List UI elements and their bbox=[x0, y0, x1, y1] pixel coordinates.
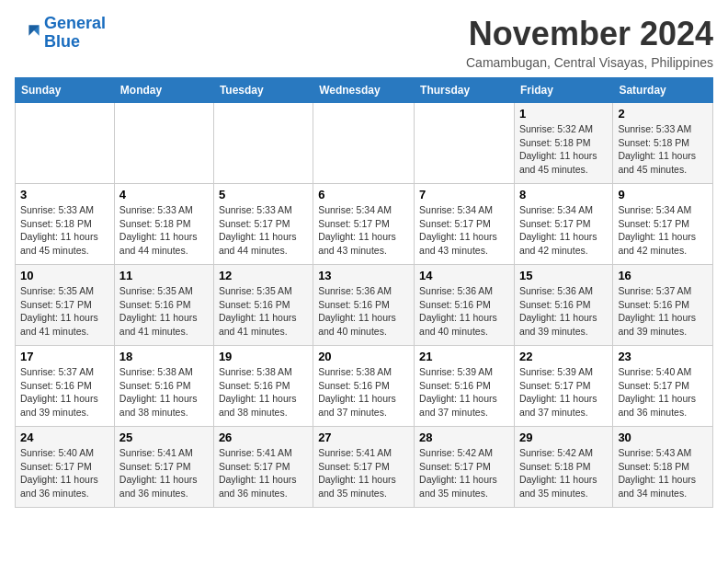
day-number: 28 bbox=[419, 431, 509, 444]
day-number: 21 bbox=[419, 350, 509, 363]
day-number: 18 bbox=[119, 350, 209, 363]
weekday-header-friday: Friday bbox=[514, 78, 612, 103]
day-info: Sunrise: 5:42 AM Sunset: 5:18 PM Dayligh… bbox=[519, 446, 608, 500]
day-info: Sunrise: 5:34 AM Sunset: 5:17 PM Dayligh… bbox=[318, 203, 409, 258]
calendar-cell bbox=[313, 103, 415, 184]
day-info: Sunrise: 5:38 AM Sunset: 5:16 PM Dayligh… bbox=[318, 365, 409, 419]
calendar-cell: 1Sunrise: 5:32 AM Sunset: 5:18 PM Daylig… bbox=[514, 103, 612, 184]
day-number: 25 bbox=[119, 431, 209, 444]
day-number: 2 bbox=[618, 107, 708, 121]
day-info: Sunrise: 5:35 AM Sunset: 5:16 PM Dayligh… bbox=[219, 284, 308, 339]
calendar-cell: 27Sunrise: 5:41 AM Sunset: 5:17 PM Dayli… bbox=[313, 427, 415, 508]
week-row-1: 1Sunrise: 5:32 AM Sunset: 5:18 PM Daylig… bbox=[16, 103, 713, 184]
calendar-cell bbox=[114, 103, 213, 184]
calendar-cell: 16Sunrise: 5:37 AM Sunset: 5:16 PM Dayli… bbox=[613, 265, 713, 346]
day-number: 4 bbox=[119, 188, 209, 201]
day-info: Sunrise: 5:39 AM Sunset: 5:17 PM Dayligh… bbox=[519, 365, 608, 419]
day-info: Sunrise: 5:38 AM Sunset: 5:16 PM Dayligh… bbox=[119, 365, 209, 419]
day-info: Sunrise: 5:33 AM Sunset: 5:18 PM Dayligh… bbox=[20, 203, 109, 258]
day-info: Sunrise: 5:34 AM Sunset: 5:17 PM Dayligh… bbox=[419, 203, 509, 258]
weekday-header-sunday: Sunday bbox=[16, 78, 115, 103]
day-info: Sunrise: 5:32 AM Sunset: 5:18 PM Dayligh… bbox=[519, 122, 608, 177]
calendar-cell: 17Sunrise: 5:37 AM Sunset: 5:16 PM Dayli… bbox=[16, 346, 115, 427]
day-number: 24 bbox=[20, 431, 109, 444]
week-row-4: 17Sunrise: 5:37 AM Sunset: 5:16 PM Dayli… bbox=[16, 346, 713, 427]
day-info: Sunrise: 5:41 AM Sunset: 5:17 PM Dayligh… bbox=[119, 446, 209, 500]
calendar-cell: 8Sunrise: 5:34 AM Sunset: 5:17 PM Daylig… bbox=[514, 184, 612, 265]
calendar-cell: 6Sunrise: 5:34 AM Sunset: 5:17 PM Daylig… bbox=[313, 184, 415, 265]
day-number: 30 bbox=[618, 431, 708, 444]
day-number: 10 bbox=[20, 269, 109, 282]
day-number: 16 bbox=[618, 269, 708, 282]
weekday-header-monday: Monday bbox=[114, 78, 213, 103]
logo-line1: General bbox=[44, 14, 106, 32]
calendar-cell: 18Sunrise: 5:38 AM Sunset: 5:16 PM Dayli… bbox=[114, 346, 213, 427]
day-info: Sunrise: 5:35 AM Sunset: 5:16 PM Dayligh… bbox=[119, 284, 209, 339]
day-info: Sunrise: 5:36 AM Sunset: 5:16 PM Dayligh… bbox=[419, 284, 509, 339]
calendar-cell: 23Sunrise: 5:40 AM Sunset: 5:17 PM Dayli… bbox=[613, 346, 713, 427]
day-info: Sunrise: 5:33 AM Sunset: 5:17 PM Dayligh… bbox=[219, 203, 308, 258]
calendar-cell: 29Sunrise: 5:42 AM Sunset: 5:18 PM Dayli… bbox=[514, 427, 612, 508]
day-number: 12 bbox=[219, 269, 308, 282]
day-number: 8 bbox=[519, 188, 608, 201]
day-info: Sunrise: 5:43 AM Sunset: 5:18 PM Dayligh… bbox=[618, 446, 708, 500]
day-info: Sunrise: 5:36 AM Sunset: 5:16 PM Dayligh… bbox=[318, 284, 409, 339]
logo-line2: Blue bbox=[44, 32, 80, 51]
day-number: 23 bbox=[618, 350, 708, 363]
day-info: Sunrise: 5:41 AM Sunset: 5:17 PM Dayligh… bbox=[219, 446, 308, 500]
day-number: 14 bbox=[419, 269, 509, 282]
calendar-cell: 30Sunrise: 5:43 AM Sunset: 5:18 PM Dayli… bbox=[613, 427, 713, 508]
calendar-cell: 15Sunrise: 5:36 AM Sunset: 5:16 PM Dayli… bbox=[514, 265, 612, 346]
calendar-cell: 10Sunrise: 5:35 AM Sunset: 5:17 PM Dayli… bbox=[16, 265, 115, 346]
calendar-cell: 7Sunrise: 5:34 AM Sunset: 5:17 PM Daylig… bbox=[415, 184, 515, 265]
calendar-table: SundayMondayTuesdayWednesdayThursdayFrid… bbox=[15, 77, 713, 508]
calendar-cell: 12Sunrise: 5:35 AM Sunset: 5:16 PM Dayli… bbox=[213, 265, 313, 346]
day-number: 15 bbox=[519, 269, 608, 282]
week-row-2: 3Sunrise: 5:33 AM Sunset: 5:18 PM Daylig… bbox=[16, 184, 713, 265]
day-info: Sunrise: 5:34 AM Sunset: 5:17 PM Dayligh… bbox=[618, 203, 708, 258]
day-number: 3 bbox=[20, 188, 109, 201]
calendar-cell: 13Sunrise: 5:36 AM Sunset: 5:16 PM Dayli… bbox=[313, 265, 415, 346]
calendar-cell: 21Sunrise: 5:39 AM Sunset: 5:16 PM Dayli… bbox=[415, 346, 515, 427]
day-info: Sunrise: 5:41 AM Sunset: 5:17 PM Dayligh… bbox=[318, 446, 409, 500]
calendar-cell: 11Sunrise: 5:35 AM Sunset: 5:16 PM Dayli… bbox=[114, 265, 213, 346]
day-number: 6 bbox=[318, 188, 409, 201]
day-number: 9 bbox=[618, 188, 708, 201]
week-row-5: 24Sunrise: 5:40 AM Sunset: 5:17 PM Dayli… bbox=[16, 427, 713, 508]
day-number: 20 bbox=[318, 350, 409, 363]
day-info: Sunrise: 5:34 AM Sunset: 5:17 PM Dayligh… bbox=[519, 203, 608, 258]
calendar-cell: 5Sunrise: 5:33 AM Sunset: 5:17 PM Daylig… bbox=[213, 184, 313, 265]
calendar-cell: 25Sunrise: 5:41 AM Sunset: 5:17 PM Dayli… bbox=[114, 427, 213, 508]
day-info: Sunrise: 5:35 AM Sunset: 5:17 PM Dayligh… bbox=[20, 284, 109, 339]
day-info: Sunrise: 5:33 AM Sunset: 5:18 PM Dayligh… bbox=[119, 203, 209, 258]
weekday-header-saturday: Saturday bbox=[613, 78, 713, 103]
weekday-header-wednesday: Wednesday bbox=[313, 78, 415, 103]
calendar-cell bbox=[213, 103, 313, 184]
title-area: November 2024 Camambugan, Central Visaya… bbox=[466, 15, 713, 70]
calendar-cell: 2Sunrise: 5:33 AM Sunset: 5:18 PM Daylig… bbox=[613, 103, 713, 184]
day-number: 13 bbox=[318, 269, 409, 282]
day-info: Sunrise: 5:37 AM Sunset: 5:16 PM Dayligh… bbox=[20, 365, 109, 419]
day-number: 17 bbox=[20, 350, 109, 363]
calendar-cell: 24Sunrise: 5:40 AM Sunset: 5:17 PM Dayli… bbox=[16, 427, 115, 508]
weekday-header-tuesday: Tuesday bbox=[213, 78, 313, 103]
calendar-cell: 3Sunrise: 5:33 AM Sunset: 5:18 PM Daylig… bbox=[16, 184, 115, 265]
week-row-3: 10Sunrise: 5:35 AM Sunset: 5:17 PM Dayli… bbox=[16, 265, 713, 346]
location-subtitle: Camambugan, Central Visayas, Philippines bbox=[466, 55, 713, 70]
day-info: Sunrise: 5:36 AM Sunset: 5:16 PM Dayligh… bbox=[519, 284, 608, 339]
calendar-cell bbox=[415, 103, 515, 184]
day-number: 26 bbox=[219, 431, 308, 444]
day-number: 29 bbox=[519, 431, 608, 444]
day-info: Sunrise: 5:40 AM Sunset: 5:17 PM Dayligh… bbox=[618, 365, 708, 419]
logo-text: General Blue bbox=[44, 15, 106, 52]
day-info: Sunrise: 5:42 AM Sunset: 5:17 PM Dayligh… bbox=[419, 446, 509, 500]
calendar-cell: 20Sunrise: 5:38 AM Sunset: 5:16 PM Dayli… bbox=[313, 346, 415, 427]
calendar-cell: 19Sunrise: 5:38 AM Sunset: 5:16 PM Dayli… bbox=[213, 346, 313, 427]
calendar-cell: 14Sunrise: 5:36 AM Sunset: 5:16 PM Dayli… bbox=[415, 265, 515, 346]
day-info: Sunrise: 5:39 AM Sunset: 5:16 PM Dayligh… bbox=[419, 365, 509, 419]
calendar-cell: 9Sunrise: 5:34 AM Sunset: 5:17 PM Daylig… bbox=[613, 184, 713, 265]
month-title: November 2024 bbox=[466, 15, 713, 53]
calendar-cell: 26Sunrise: 5:41 AM Sunset: 5:17 PM Dayli… bbox=[213, 427, 313, 508]
logo-icon bbox=[15, 20, 40, 46]
weekday-header-thursday: Thursday bbox=[415, 78, 515, 103]
